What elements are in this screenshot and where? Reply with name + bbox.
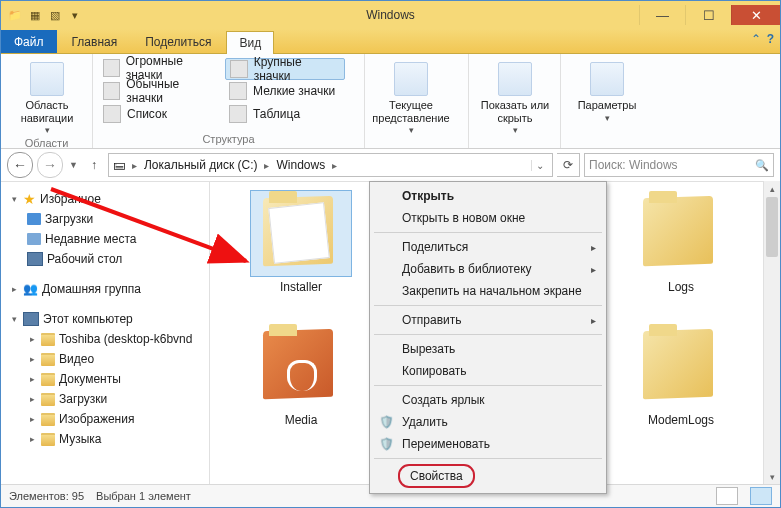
group-label: Области: [7, 136, 86, 150]
folder-item-installer[interactable]: Installer: [236, 191, 366, 294]
ribbon: Область навигации ▾ Области Огромные зна…: [1, 54, 780, 149]
layout-medium[interactable]: Обычные значки: [99, 81, 219, 101]
scroll-down-icon[interactable]: ▾: [764, 469, 780, 485]
tree-item[interactable]: ▸Изображения: [5, 409, 205, 429]
breadcrumb-segment[interactable]: Windows: [276, 158, 325, 172]
shield-icon: 🛡️: [379, 415, 393, 429]
address-dropdown[interactable]: ⌄: [531, 160, 548, 171]
ctx-open-new[interactable]: Открыть в новом окне: [372, 207, 604, 229]
forward-button[interactable]: →: [37, 152, 63, 178]
help-icon[interactable]: ?: [767, 32, 774, 46]
chevron-down-icon: ▾: [45, 125, 50, 135]
layout-list[interactable]: Список: [99, 104, 219, 124]
options-button[interactable]: Параметры ▾: [567, 58, 647, 123]
list-icon: [103, 105, 121, 123]
nav-pane-button[interactable]: Область навигации ▾: [7, 58, 87, 136]
close-button[interactable]: ✕: [731, 5, 780, 25]
tree-item[interactable]: Недавние места: [5, 229, 205, 249]
qat-newfolder-icon[interactable]: ▧: [47, 7, 63, 23]
up-button[interactable]: ↑: [84, 155, 104, 175]
layout-table[interactable]: Таблица: [225, 104, 345, 124]
star-icon: ★: [23, 191, 36, 207]
chevron-right-icon[interactable]: ▸: [129, 160, 140, 171]
refresh-button[interactable]: ⟳: [557, 153, 580, 177]
ctx-properties[interactable]: Свойства: [398, 464, 475, 488]
ctx-cut[interactable]: Вырезать: [372, 338, 604, 360]
columns-icon: [394, 62, 428, 96]
folder-icon: [41, 393, 55, 406]
qat-dropdown-icon[interactable]: ▾: [67, 7, 83, 23]
tab-view[interactable]: Вид: [226, 31, 274, 54]
tree-item[interactable]: ▸Видео: [5, 349, 205, 369]
ctx-open[interactable]: Открыть: [372, 185, 604, 207]
tree-item[interactable]: ▸Загрузки: [5, 389, 205, 409]
tree-item[interactable]: Загрузки: [5, 209, 205, 229]
ctx-delete[interactable]: 🛡️Удалить: [372, 411, 604, 433]
tab-file[interactable]: Файл: [1, 30, 57, 53]
scroll-thumb[interactable]: [766, 197, 778, 257]
chevron-right-icon[interactable]: ▸: [329, 160, 340, 171]
address-bar-row: ← → ▼ ↑ 🖴 ▸ Локальный диск (C:) ▸ Window…: [1, 149, 780, 182]
folder-icon: [41, 353, 55, 366]
tree-item[interactable]: ▸Музыка: [5, 429, 205, 449]
folder-icon: [41, 433, 55, 446]
desktop-icon: [27, 252, 43, 266]
ctx-shortcut[interactable]: Создать ярлык: [372, 389, 604, 411]
ctx-send-to[interactable]: Отправить▸: [372, 309, 604, 331]
tree-thispc[interactable]: ▾Этот компьютер: [5, 309, 205, 329]
submenu-arrow-icon: ▸: [591, 264, 596, 275]
tiles-icon: [103, 59, 120, 77]
scroll-up-icon[interactable]: ▴: [764, 181, 780, 197]
folder-item-modemlogs[interactable]: ModemLogs: [616, 324, 746, 427]
ctx-copy[interactable]: Копировать: [372, 360, 604, 382]
history-dropdown[interactable]: ▼: [67, 160, 80, 170]
chevron-right-icon[interactable]: ▸: [261, 160, 272, 171]
tree-homegroup[interactable]: ▸👥Домашняя группа: [5, 279, 205, 299]
minimize-button[interactable]: —: [639, 5, 685, 25]
collapse-icon[interactable]: ▾: [9, 194, 19, 204]
checkbox-icon: [498, 62, 532, 96]
folder-item-media[interactable]: Media: [236, 324, 366, 427]
collapse-icon[interactable]: ▾: [9, 314, 19, 324]
tiles-icon: [229, 82, 247, 100]
folder-icon: 📁: [7, 7, 23, 23]
ribbon-tabs: Файл Главная Поделиться Вид ⌃ ?: [1, 29, 780, 54]
layout-small[interactable]: Мелкие значки: [225, 81, 345, 101]
view-large-button[interactable]: [750, 487, 772, 505]
context-menu: Открыть Открыть в новом окне Поделиться▸…: [369, 181, 607, 494]
tree-item[interactable]: Рабочий стол: [5, 249, 205, 269]
address-bar[interactable]: 🖴 ▸ Локальный диск (C:) ▸ Windows ▸ ⌄: [108, 153, 553, 177]
ctx-share[interactable]: Поделиться▸: [372, 236, 604, 258]
chevron-down-icon: ▾: [409, 125, 414, 135]
ctx-add-library[interactable]: Добавить в библиотеку▸: [372, 258, 604, 280]
tab-share[interactable]: Поделиться: [132, 30, 224, 53]
layout-extralarge[interactable]: Огромные значки: [99, 58, 219, 78]
scrollbar-vertical[interactable]: ▴ ▾: [763, 181, 780, 485]
back-button[interactable]: ←: [7, 152, 33, 178]
search-input[interactable]: Поиск: Windows 🔍: [584, 153, 774, 177]
layout-large[interactable]: Крупные значки: [225, 58, 345, 80]
maximize-button[interactable]: ☐: [685, 5, 731, 25]
breadcrumb-segment[interactable]: Локальный диск (C:): [144, 158, 258, 172]
options-icon: [590, 62, 624, 96]
chevron-down-icon: ▾: [605, 113, 610, 123]
folder-icon: [251, 191, 351, 276]
table-icon: [229, 105, 247, 123]
show-hide-button[interactable]: Показать или скрыть ▾: [475, 58, 555, 136]
tab-home[interactable]: Главная: [59, 30, 131, 53]
downloads-icon: [27, 213, 41, 225]
tree-item[interactable]: ▸Toshiba (desktop-k6bvnd: [5, 329, 205, 349]
ctx-rename[interactable]: 🛡️Переименовать: [372, 433, 604, 455]
nav-tree[interactable]: ▾★Избранное Загрузки Недавние места Рабо…: [1, 181, 210, 485]
tree-favorites[interactable]: ▾★Избранное: [5, 189, 205, 209]
qat-props-icon[interactable]: ▦: [27, 7, 43, 23]
folder-icon: [251, 324, 351, 409]
ribbon-collapse-icon[interactable]: ⌃: [751, 32, 761, 46]
tree-item[interactable]: ▸Документы: [5, 369, 205, 389]
folder-icon: [41, 373, 55, 386]
ctx-pin-start[interactable]: Закрепить на начальном экране: [372, 280, 604, 302]
search-icon: 🔍: [755, 159, 769, 172]
folder-item-logs[interactable]: Logs: [616, 191, 746, 294]
current-view-button[interactable]: Текущее представление ▾: [371, 58, 451, 136]
view-details-button[interactable]: [716, 487, 738, 505]
